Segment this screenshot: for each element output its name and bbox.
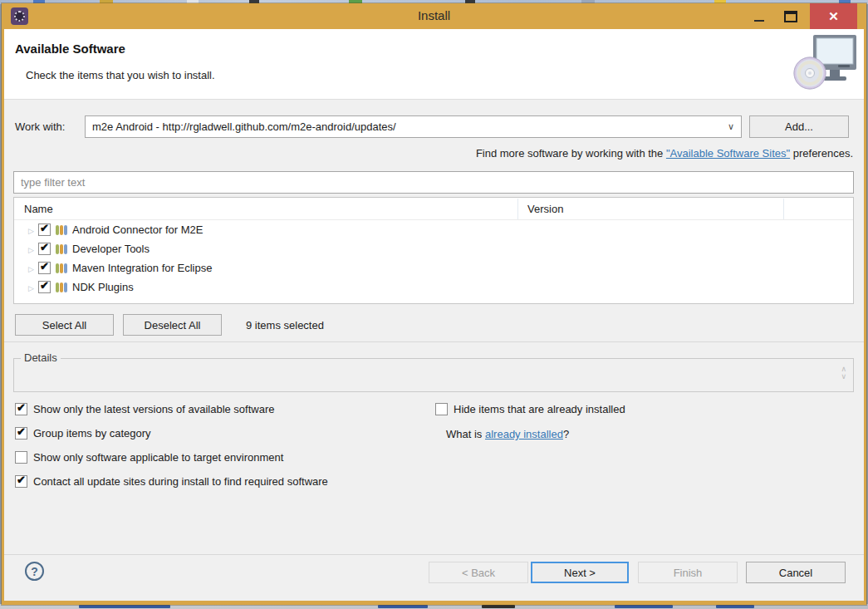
hint-prefix: Find more software by working with the	[476, 147, 666, 160]
separator	[4, 341, 864, 342]
row-checkbox[interactable]	[38, 281, 51, 293]
already-installed-link[interactable]: already installed	[485, 428, 563, 440]
cancel-button[interactable]: Cancel	[746, 562, 846, 583]
row-label[interactable]: Android Connector for M2E	[72, 223, 204, 236]
option-contact-update-sites[interactable]: Contact all update sites during install …	[15, 475, 328, 488]
find-more-hint: Find more software by working with the "…	[476, 147, 853, 160]
checkbox[interactable]	[15, 451, 27, 464]
dialog-content: Available Software Check the items that …	[4, 29, 864, 601]
category-icon	[56, 225, 68, 235]
table-row[interactable]: ▷ Developer Tools	[14, 240, 853, 259]
work-with-value: m2e Android - http://rgladwell.github.co…	[92, 120, 396, 133]
details-label: Details	[21, 351, 61, 364]
wizard-header: Available Software Check the items that …	[4, 29, 864, 100]
install-software-icon	[792, 33, 858, 96]
expand-chevron-icon[interactable]: ▷	[28, 264, 34, 273]
minimize-button[interactable]	[745, 3, 773, 29]
row-label[interactable]: Developer Tools	[72, 243, 150, 255]
column-header-version[interactable]: Version	[527, 203, 563, 215]
install-dialog-window: Install ✕ Available Software Check the i…	[2, 3, 866, 605]
table-row[interactable]: ▷ Maven Integration for Eclipse	[14, 259, 853, 278]
option-label: Show only the latest versions of availab…	[33, 403, 275, 415]
what-is-prefix: What is	[446, 428, 485, 440]
details-panel[interactable]: ∧∨	[13, 358, 854, 392]
close-button[interactable]: ✕	[810, 3, 857, 29]
screen: Install ✕ Available Software Check the i…	[0, 0, 868, 609]
expand-chevron-icon[interactable]: ▷	[28, 283, 34, 292]
row-checkbox[interactable]	[38, 243, 51, 255]
table-header[interactable]: Name Version	[14, 198, 853, 220]
option-label: Contact all update sites during install …	[33, 475, 328, 488]
titlebar[interactable]: Install ✕	[2, 3, 866, 29]
option-hide-installed[interactable]: Hide items that are already installed	[435, 403, 625, 415]
table-row[interactable]: ▷ NDK Plugins	[14, 278, 853, 297]
hint-suffix: preferences.	[790, 147, 853, 160]
row-checkbox[interactable]	[38, 262, 51, 274]
table-row[interactable]: ▷ Android Connector for M2E	[14, 221, 853, 240]
help-button[interactable]: ?	[25, 562, 44, 581]
window-title: Install	[2, 8, 866, 22]
filter-input[interactable]	[13, 171, 854, 194]
column-divider[interactable]	[783, 199, 784, 219]
what-is-suffix: ?	[563, 428, 569, 440]
row-label[interactable]: Maven Integration for Eclipse	[72, 262, 212, 274]
what-is-installed-line: What is already installed?	[446, 428, 569, 440]
software-table: Name Version ▷ Android Connector for M2E…	[13, 197, 854, 304]
category-icon	[56, 282, 68, 292]
available-software-sites-link[interactable]: "Available Software Sites"	[666, 147, 790, 160]
scroll-arrows-icon[interactable]: ∧∨	[841, 366, 846, 381]
category-icon	[56, 244, 68, 254]
option-target-environment[interactable]: Show only software applicable to target …	[15, 451, 283, 464]
option-group-by-category[interactable]: Group items by category	[15, 427, 151, 440]
expand-chevron-icon[interactable]: ▷	[28, 245, 34, 253]
checkbox[interactable]	[15, 403, 27, 415]
option-latest-versions[interactable]: Show only the latest versions of availab…	[15, 403, 275, 415]
work-with-label: Work with:	[15, 120, 65, 133]
checkbox[interactable]	[15, 427, 27, 440]
next-button[interactable]: Next >	[531, 562, 629, 583]
option-label: Show only software applicable to target …	[33, 451, 283, 464]
details-content	[14, 359, 853, 366]
select-all-button[interactable]: Select All	[15, 314, 114, 336]
minimize-icon	[754, 20, 764, 22]
page-title: Available Software	[15, 42, 125, 56]
maximize-icon	[784, 11, 797, 22]
back-button[interactable]: < Back	[429, 562, 528, 583]
close-icon: ✕	[828, 9, 839, 24]
maximize-button[interactable]	[777, 3, 805, 29]
work-with-combobox[interactable]: m2e Android - http://rgladwell.github.co…	[85, 115, 742, 138]
chevron-down-icon[interactable]: ∨	[728, 121, 734, 132]
column-header-name[interactable]: Name	[24, 203, 53, 215]
column-divider[interactable]	[517, 199, 518, 219]
category-icon	[56, 263, 68, 273]
expand-chevron-icon[interactable]: ▷	[28, 226, 34, 234]
row-label[interactable]: NDK Plugins	[72, 281, 134, 293]
option-label: Hide items that are already installed	[454, 403, 625, 415]
finish-button[interactable]: Finish	[638, 562, 738, 583]
deselect-all-button[interactable]: Deselect All	[123, 314, 222, 336]
separator	[4, 554, 864, 555]
question-mark-icon: ?	[31, 565, 38, 578]
checkbox[interactable]	[435, 403, 448, 415]
row-checkbox[interactable]	[38, 223, 51, 236]
page-subtitle: Check the items that you wish to install…	[26, 69, 215, 81]
option-label: Group items by category	[33, 427, 151, 440]
items-selected-status: 9 items selected	[246, 319, 324, 332]
checkbox[interactable]	[15, 475, 27, 488]
add-button[interactable]: Add...	[749, 115, 849, 138]
